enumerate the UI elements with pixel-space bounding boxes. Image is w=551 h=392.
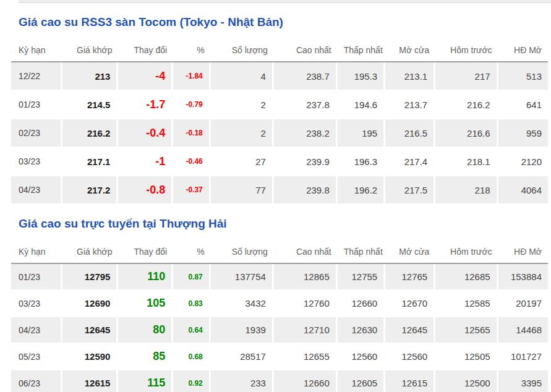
cell-hd-mo: 641 [498, 91, 548, 119]
cell-cao-nhat: 12710 [274, 317, 338, 344]
cell-so-luong: 233 [211, 370, 274, 392]
cell-cao-nhat: 237.8 [274, 91, 338, 119]
cell-gia-khop: 213 [62, 62, 119, 91]
cell-thay-doi: -4 [118, 62, 173, 91]
column-header-cao-nhat: Cao nhất [274, 38, 338, 62]
cell-thay-doi: 85 [118, 344, 173, 370]
cell-mo-cua: 216.5 [385, 119, 435, 148]
cell-cao-nhat: 238.7 [274, 62, 338, 91]
column-header-ky-han: Kỳ hạn [11, 239, 62, 264]
cell-mo-cua: 12765 [385, 264, 435, 291]
cell-percent: -0.37 [173, 176, 211, 205]
cell-hd-mo: 101727 [498, 344, 548, 370]
table-row: 05/2312590850.68285171265512560125601250… [11, 344, 548, 370]
cell-mo-cua: 12560 [385, 344, 435, 370]
header-row: Kỳ hạnGiá khớpThay đổi%Số lượngCao nhấtT… [11, 38, 548, 62]
column-header-thap-nhat: Thấp nhất [338, 38, 385, 62]
cell-thap-nhat: 194.6 [338, 91, 385, 119]
cell-thay-doi: -1 [118, 148, 173, 176]
column-header-thay-doi: Thay đổi [118, 38, 173, 62]
cell-hd-mo: 153884 [498, 264, 548, 291]
cell-thap-nhat: 12660 [338, 291, 385, 317]
cell-hom-truoc: 218 [435, 176, 498, 205]
cell-cao-nhat: 12660 [274, 370, 338, 392]
cell-ky-han: 06/23 [11, 370, 62, 392]
column-header-gia-khop: Giá khớp [62, 38, 119, 62]
header-row: Kỳ hạnGiá khớpThay đổi%Số lượngCao nhấtT… [11, 239, 548, 264]
cell-hd-mo: 959 [498, 119, 548, 148]
cell-mo-cua: 213.1 [385, 62, 435, 91]
cell-hd-mo: 4064 [498, 176, 548, 205]
cell-thap-nhat: 12630 [338, 317, 385, 344]
cell-percent: -1.84 [173, 62, 211, 91]
cell-thap-nhat: 196.3 [338, 148, 385, 176]
cell-mo-cua: 12670 [385, 291, 435, 317]
cell-cao-nhat: 12760 [274, 291, 338, 317]
cell-gia-khop: 217.2 [62, 176, 119, 205]
cell-so-luong: 77 [211, 176, 274, 205]
column-header-hd-mo: HĐ Mở [498, 38, 548, 62]
cell-hom-truoc: 12500 [435, 370, 498, 392]
table-row: 03/23217.1-1-0.4627239.9196.3217.4218.12… [11, 148, 548, 176]
cell-so-luong: 4 [211, 62, 274, 91]
column-header-hom-truoc: Hôm trước [435, 38, 498, 62]
table-row: 01/23214.5-1.7-0.792237.8194.6213.7216.2… [11, 91, 548, 119]
cell-cao-nhat: 12865 [274, 264, 338, 291]
cell-hd-mo: 3395 [498, 370, 548, 392]
cell-hom-truoc: 217 [435, 62, 498, 91]
cell-hom-truoc: 216.2 [435, 91, 498, 119]
cell-thap-nhat: 196.2 [338, 176, 385, 205]
cell-gia-khop: 12615 [62, 370, 119, 392]
cell-so-luong: 2 [211, 91, 274, 119]
column-header-percent: % [173, 239, 211, 264]
column-header-gia-khop: Giá khớp [62, 239, 119, 264]
cell-so-luong: 1939 [211, 317, 274, 344]
cell-thay-doi: 115 [118, 370, 173, 392]
cell-percent: -0.79 [173, 91, 211, 119]
cell-hom-truoc: 12505 [435, 344, 498, 370]
cell-percent: -0.46 [173, 148, 211, 176]
table-row: 02/23216.2-0.4-0.182238.2195216.5216.695… [11, 119, 548, 148]
cell-ky-han: 03/23 [11, 291, 62, 317]
cell-thay-doi: -1.7 [118, 91, 173, 119]
cell-so-luong: 27 [211, 148, 274, 176]
cell-thap-nhat: 12560 [338, 344, 385, 370]
column-header-so-luong: Số lượng [211, 38, 274, 62]
cell-cao-nhat: 239.9 [274, 148, 338, 176]
cell-gia-khop: 12795 [62, 264, 119, 291]
cell-gia-khop: 12690 [62, 291, 119, 317]
cell-gia-khop: 12645 [62, 317, 119, 344]
cell-gia-khop: 217.1 [62, 148, 119, 176]
cell-thap-nhat: 12755 [338, 264, 385, 291]
price-table-shanghai: Kỳ hạnGiá khớpThay đổi%Số lượngCao nhấtT… [11, 239, 548, 392]
table-row: 06/23126151150.9223312660126051261512500… [11, 370, 548, 392]
table-header: Kỳ hạnGiá khớpThay đổi%Số lượngCao nhấtT… [11, 38, 548, 62]
price-table-tocom: Kỳ hạnGiá khớpThay đổi%Số lượngCao nhấtT… [11, 38, 548, 205]
cell-cao-nhat: 239.8 [274, 176, 338, 205]
cell-gia-khop: 214.5 [62, 91, 119, 119]
column-header-percent: % [173, 38, 211, 62]
cell-ky-han: 03/23 [11, 148, 62, 176]
cell-gia-khop: 216.2 [62, 119, 119, 148]
cell-thay-doi: -0.4 [118, 119, 173, 148]
cell-thap-nhat: 195 [338, 119, 385, 148]
cell-so-luong: 3432 [211, 291, 274, 317]
cell-cao-nhat: 12655 [274, 344, 338, 370]
cell-ky-han: 12/22 [11, 62, 62, 91]
cell-percent: -0.18 [173, 119, 211, 148]
cell-ky-han: 01/23 [11, 264, 62, 291]
cell-hd-mo: 14468 [498, 317, 548, 344]
cell-percent: 0.92 [173, 370, 211, 392]
cell-ky-han: 05/23 [11, 344, 62, 370]
cell-so-luong: 2 [211, 119, 274, 148]
cell-gia-khop: 12590 [62, 344, 119, 370]
cell-thay-doi: 80 [118, 317, 173, 344]
cell-hom-truoc: 216.6 [435, 119, 498, 148]
column-header-hom-truoc: Hôm trước [435, 239, 498, 264]
cell-ky-han: 04/23 [11, 317, 62, 344]
cell-thay-doi: -0.8 [118, 176, 173, 205]
table-header: Kỳ hạnGiá khớpThay đổi%Số lượngCao nhấtT… [11, 239, 548, 264]
cell-thay-doi: 110 [118, 264, 173, 291]
table-row: 01/23127951100.8713775412865127551276512… [11, 264, 548, 291]
cell-hd-mo: 20197 [498, 291, 548, 317]
